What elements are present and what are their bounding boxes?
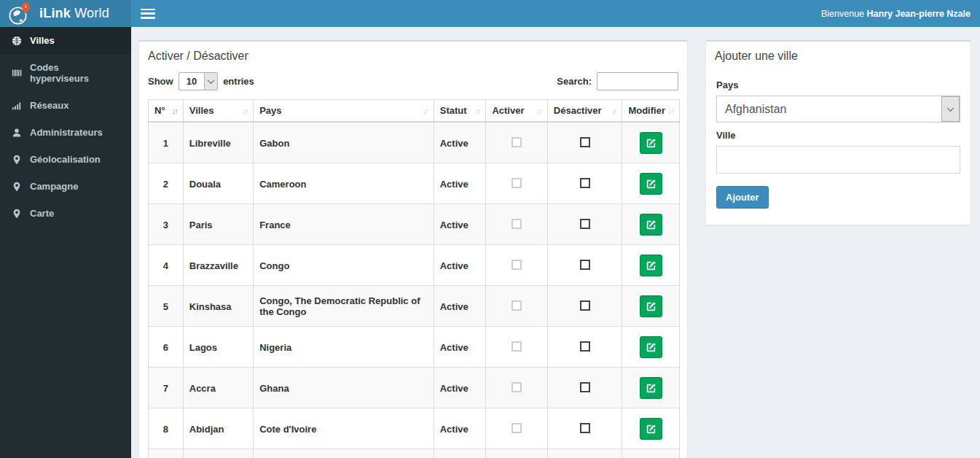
barcode-icon — [11, 68, 22, 79]
modifier-button[interactable] — [640, 418, 662, 440]
table-row: 1 Libreville Gabon Active — [149, 122, 680, 163]
pays-label: Pays — [716, 79, 960, 90]
desactiver-checkbox[interactable] — [580, 219, 590, 229]
sort-icon: ↓↑ — [536, 106, 541, 115]
table-row: 5 Kinshasa Congo, The Democratic Republi… — [149, 286, 680, 327]
column-header-num[interactable]: N°↓↑ — [149, 100, 184, 123]
globe-pin-logo-icon: S — [7, 1, 33, 26]
column-header-statut[interactable]: Statut↓↑ — [434, 100, 486, 123]
sort-asc-icon: ↓↑ — [172, 106, 177, 115]
statut-cell: Active — [434, 122, 486, 163]
sidebar-item-label: Campagne — [30, 181, 78, 192]
edit-pencil-icon — [646, 139, 656, 148]
add-city-panel: Ajouter une ville Pays Afghanistan Ville… — [705, 40, 971, 225]
sort-icon: ↓↑ — [242, 106, 247, 115]
ville-input[interactable] — [716, 146, 960, 174]
sidebar-toggle-hamburger-icon[interactable] — [141, 9, 155, 19]
edit-pencil-icon — [646, 302, 656, 311]
map-marker-icon — [11, 208, 22, 219]
pays-cell: Nigeria — [254, 327, 434, 368]
sidebar-item-villes[interactable]: Villes — [0, 27, 131, 54]
ville-cell: Paris — [183, 204, 253, 245]
user-icon — [11, 127, 22, 138]
row-number-cell: 5 — [149, 286, 184, 327]
pays-select[interactable]: Afghanistan — [716, 96, 960, 123]
entries-label: entries — [223, 76, 254, 87]
page-length-select[interactable]: 10 — [179, 72, 218, 90]
page-length-control: Show 10 entries — [148, 72, 254, 90]
brand-logo[interactable]: S iLink World — [0, 0, 131, 27]
row-number-cell: 8 — [149, 408, 184, 449]
pays-selected-value: Afghanistan — [717, 96, 941, 122]
globe-icon — [11, 35, 22, 46]
desactiver-checkbox[interactable] — [580, 423, 590, 433]
ville-cell: Brazzaville — [183, 245, 253, 286]
desactiver-checkbox[interactable] — [580, 137, 590, 147]
ville-cell: Accra — [183, 368, 253, 408]
modifier-button[interactable] — [640, 214, 662, 236]
sidebar-item-campagne[interactable]: Campagne — [0, 173, 131, 200]
activer-checkbox — [511, 300, 522, 311]
table-row: 3 Paris France Active — [149, 204, 680, 245]
sidebar-item-r-seaux[interactable]: Réseaux — [0, 92, 131, 119]
row-number-cell: 2 — [149, 163, 184, 204]
sidebar-item-carte[interactable]: Carte — [0, 200, 131, 227]
activer-checkbox — [511, 260, 522, 270]
chevron-down-icon — [204, 73, 217, 90]
modifier-button[interactable] — [640, 295, 662, 317]
column-header-activer[interactable]: Activer↓↑ — [486, 100, 547, 123]
pays-cell: Cameroon — [254, 163, 434, 204]
modifier-button[interactable] — [640, 132, 662, 154]
ville-cell: Douala — [183, 163, 253, 204]
desactiver-checkbox[interactable] — [580, 341, 590, 352]
column-header-desactiver[interactable]: Désactiver↓↑ — [547, 100, 622, 123]
activer-checkbox — [511, 423, 522, 433]
statut-cell: Active — [434, 408, 486, 449]
pays-cell: Senegal — [254, 449, 434, 458]
row-number-cell: 3 — [149, 204, 184, 245]
table-row: 8 Abidjan Cote d'Ivoire Active — [149, 408, 680, 449]
pays-cell: Ghana — [254, 368, 434, 408]
table-row: 2 Douala Cameroon Active — [149, 163, 680, 204]
pays-cell: Gabon — [254, 122, 434, 163]
sidebar-item-codes-hyperviseurs[interactable]: Codes hyperviseurs — [0, 54, 131, 92]
row-number-cell: 4 — [149, 245, 184, 286]
ville-cell: Lagos — [183, 327, 253, 368]
desactiver-checkbox[interactable] — [580, 178, 590, 188]
table-row: 4 Brazzaville Congo Active — [149, 245, 680, 286]
desactiver-checkbox[interactable] — [580, 300, 590, 311]
map-marker-icon — [11, 181, 22, 192]
ville-label: Ville — [716, 130, 960, 141]
statut-cell: Active — [434, 245, 486, 286]
column-header-villes[interactable]: Villes↓↑ — [183, 100, 253, 123]
modifier-button[interactable] — [640, 377, 662, 399]
statut-cell: Active — [434, 286, 486, 327]
edit-pencil-icon — [646, 424, 656, 434]
edit-pencil-icon — [646, 343, 656, 352]
add-panel-title: Ajouter une ville — [706, 42, 971, 69]
search-input[interactable] — [597, 72, 678, 90]
top-navbar: S iLink World Bienvenue Hanry Jean-pierr… — [0, 0, 980, 27]
table-row: 6 Lagos Nigeria Active — [149, 327, 680, 368]
statut-cell: Active — [434, 163, 486, 204]
ajouter-button[interactable]: Ajouter — [716, 186, 769, 209]
activer-checkbox — [511, 382, 522, 392]
column-header-modifier[interactable]: Modifier↓↑ — [622, 100, 680, 123]
sort-icon: ↓↑ — [668, 106, 673, 115]
modifier-button[interactable] — [640, 336, 662, 358]
table-row: 7 Accra Ghana Active — [149, 368, 680, 408]
desactiver-checkbox[interactable] — [580, 260, 590, 270]
column-header-pays[interactable]: Pays↓↑ — [254, 100, 434, 123]
sidebar-item-administrateurs[interactable]: Administrateurs — [0, 119, 131, 146]
modifier-button[interactable] — [640, 255, 662, 276]
table-panel-title: Activer / Désactiver — [139, 42, 687, 69]
pays-cell: Congo — [254, 245, 434, 286]
edit-pencil-icon — [646, 261, 656, 271]
desactiver-checkbox[interactable] — [580, 382, 590, 392]
edit-pencil-icon — [646, 179, 656, 189]
edit-pencil-icon — [646, 384, 656, 393]
sidebar-item-g-olocalisation[interactable]: Géolocalisation — [0, 146, 131, 173]
modifier-button[interactable] — [640, 173, 662, 195]
search-label: Search: — [557, 76, 592, 87]
ville-cell: Abidjan — [183, 408, 253, 449]
